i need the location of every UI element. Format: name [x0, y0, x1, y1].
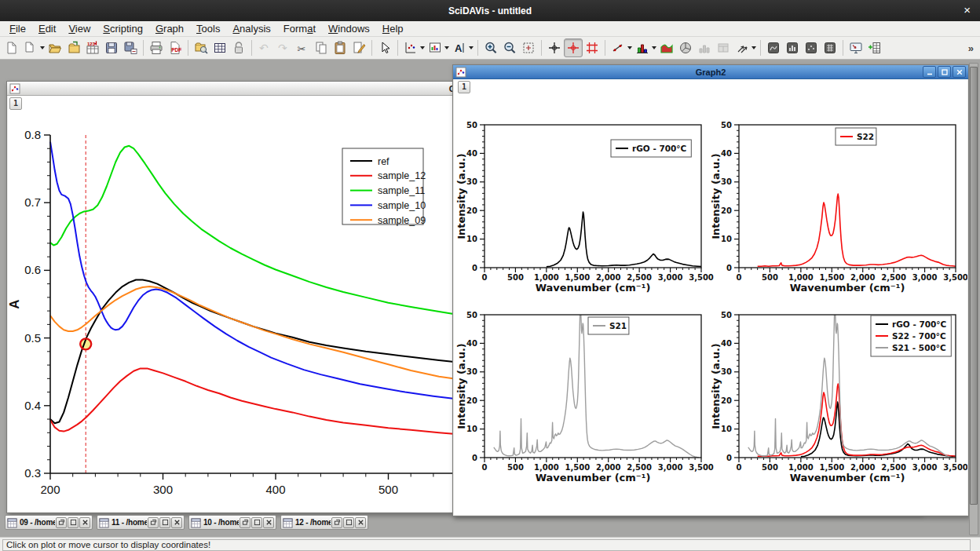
minimized-maximize-button[interactable]	[343, 517, 354, 528]
graph2-minimize-button[interactable]	[923, 66, 936, 78]
data-cursor-button[interactable]	[545, 38, 564, 57]
new-item-button[interactable]	[21, 38, 46, 57]
curve-S22[interactable]	[758, 194, 956, 266]
workspace-vertical-scrollbar[interactable]	[969, 63, 978, 535]
add-column-button[interactable]	[865, 38, 884, 57]
new-project-button[interactable]	[2, 38, 21, 57]
line-symbol-button[interactable]	[609, 38, 633, 57]
scrollbar-thumb[interactable]	[970, 67, 978, 505]
x-tick-label: 300	[153, 483, 173, 496]
curve-rGO700[interactable]	[801, 402, 956, 457]
raman-subplot-2[interactable]: 05001,0001,5002,0002,5003,0003,500010203…	[710, 121, 967, 294]
menu-windows[interactable]: Windows	[322, 22, 376, 35]
minimized-window-10[interactable]: 10 - /home/...	[188, 515, 276, 530]
open-project-button[interactable]	[46, 38, 64, 57]
x-tick-label: 2,000	[596, 463, 621, 472]
raman-legend-2[interactable]: S22	[836, 128, 876, 145]
minimized-close-button[interactable]	[79, 517, 90, 528]
minimized-maximize-button[interactable]	[251, 517, 262, 528]
copy-button[interactable]	[312, 38, 331, 57]
raman-subplot-3[interactable]: 05001,0001,5002,0002,5003,0003,500010203…	[455, 306, 714, 483]
cut-button[interactable]: ✂	[293, 38, 312, 57]
raman-legend-3[interactable]: S21	[588, 317, 629, 334]
menu-view[interactable]: View	[62, 22, 97, 35]
minimized-restore-button[interactable]	[56, 517, 67, 528]
vector-plot-button[interactable]	[733, 38, 757, 57]
minimized-close-button[interactable]	[263, 517, 274, 528]
add-layer-icon	[427, 40, 443, 56]
select-range-button[interactable]	[583, 38, 602, 57]
screen-reader-button[interactable]	[847, 38, 865, 57]
raman-legend-1[interactable]: rGO - 700°C	[611, 140, 691, 157]
raman-subplot-1[interactable]: 05001,0001,5002,0002,5003,0003,500010203…	[455, 121, 714, 294]
minimized-maximize-button[interactable]	[68, 517, 79, 528]
panel-plot-button	[714, 38, 733, 57]
save-project-button[interactable]	[102, 38, 121, 57]
menu-tools[interactable]: Tools	[190, 22, 226, 35]
rescale-button[interactable]	[519, 38, 538, 57]
raman-subplot-4[interactable]: 05001,0001,5002,0002,5003,0003,500010203…	[710, 306, 967, 483]
toolbar-overflow-chevron[interactable]: »	[968, 42, 974, 54]
add-curve-button[interactable]	[401, 38, 426, 57]
curve-rGO700[interactable]	[547, 212, 701, 267]
pie-plot-button[interactable]	[676, 38, 695, 57]
menu-format[interactable]: Format	[277, 22, 322, 35]
minimized-close-button[interactable]	[355, 517, 366, 528]
x-tick-label: 500	[378, 483, 398, 496]
x-tick-label: 3,500	[943, 273, 967, 282]
graph2-titlebar[interactable]: Graph2	[453, 65, 968, 79]
minimized-restore-button[interactable]	[240, 517, 250, 528]
raman-legend-4[interactable]: rGO - 700°CS22 - 700°CS21 - 500°C	[871, 316, 951, 356]
paste-button[interactable]	[331, 38, 349, 57]
scatter-3d-button[interactable]	[802, 38, 821, 57]
minimized-maximize-button[interactable]	[159, 517, 170, 528]
add-text-button[interactable]: A	[450, 38, 474, 57]
project-explorer-button[interactable]	[192, 38, 210, 57]
uvvis-plot-canvas[interactable]: 0.30.40.50.60.70.8200300400500Arefsample…	[8, 96, 495, 510]
menu-scripting[interactable]: Scripting	[97, 22, 149, 35]
menu-analysis[interactable]: Analysis	[226, 22, 276, 35]
menu-edit[interactable]: Edit	[32, 22, 62, 35]
y-tick-label: 0	[472, 454, 477, 462]
print-button[interactable]	[147, 38, 166, 57]
app-close-icon[interactable]: ×	[964, 4, 971, 16]
uvvis-legend[interactable]: refsample_12sample_11sample_10sample_09	[342, 148, 426, 226]
zoom-out-button[interactable]	[500, 38, 519, 57]
raman-plot-canvas[interactable]: 05001,0001,5002,0002,5003,0003,500010203…	[454, 79, 967, 515]
open-template-button[interactable]	[64, 38, 83, 57]
export-pdf-button[interactable]: PDF	[166, 38, 185, 57]
graph1-layer-button[interactable]: 1	[9, 97, 22, 110]
graph2-layer-button[interactable]: 1	[458, 81, 470, 93]
import-ascii-button[interactable]: 123	[83, 38, 102, 57]
y-axis-label: A	[8, 299, 22, 308]
surface-3d-button[interactable]	[764, 38, 783, 57]
tiles-3d-button[interactable]	[821, 38, 839, 57]
data-reader-button[interactable]	[564, 38, 583, 57]
pointer-button[interactable]	[375, 38, 394, 57]
minimized-window-09[interactable]: 09 - /home/...	[5, 515, 93, 530]
results-log-button[interactable]	[210, 38, 229, 57]
app-titlebar[interactable]: SciDAVis - untitled ×	[0, 0, 980, 21]
graph2-maximize-button[interactable]	[938, 66, 951, 78]
save-template-button[interactable]	[121, 38, 140, 57]
bar-plot-button[interactable]	[633, 38, 657, 57]
menu-file[interactable]: File	[3, 22, 32, 35]
graph2-close-button[interactable]	[953, 66, 966, 78]
minimized-close-button[interactable]	[171, 517, 182, 528]
menu-help[interactable]: Help	[376, 22, 410, 35]
y-tick-label: 50	[721, 311, 732, 319]
minimized-restore-button[interactable]	[331, 517, 342, 528]
zoom-in-button[interactable]	[481, 38, 500, 57]
minimized-window-11[interactable]: 11 - /home/...	[97, 515, 185, 530]
draw-data-button[interactable]	[349, 38, 368, 57]
minimized-window-12[interactable]: 12 - /home/...	[280, 515, 368, 530]
add-layer-button[interactable]	[426, 38, 450, 57]
rescale-icon	[521, 40, 536, 56]
menu-graph[interactable]: Graph	[149, 22, 190, 35]
bars3d-3d-button[interactable]	[783, 38, 802, 57]
curve-sample_09[interactable]	[50, 286, 473, 381]
curve-sample_12[interactable]	[50, 368, 473, 435]
area-plot-button[interactable]	[657, 38, 676, 57]
minimized-restore-button[interactable]	[148, 517, 159, 528]
lock-toolbars-button[interactable]	[229, 38, 248, 57]
